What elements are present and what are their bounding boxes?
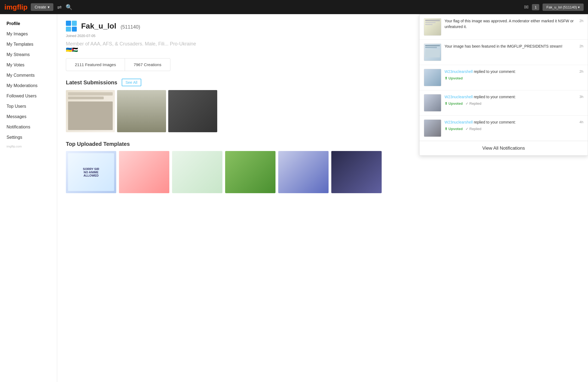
sidebar: Profile My Images My Templates My Stream…	[0, 14, 57, 382]
notification-item-5: W23nuclearshell replied to your comment:…	[419, 116, 588, 141]
submission-thumb-1[interactable]	[66, 90, 115, 132]
notif-user-link-4[interactable]: W23nuclearshell	[445, 95, 473, 99]
topnav-right: ✉ 1 Fak_u_lol (511140) ▾	[524, 4, 584, 11]
notif-time-5: 4h	[580, 119, 583, 124]
template-thumb-5[interactable]	[278, 151, 329, 193]
profile-username: Fak_u_lol (511140)	[81, 22, 140, 30]
notification-item-4: W23nuclearshell replied to your comment:…	[419, 90, 588, 116]
avatar-cell-1	[66, 21, 71, 26]
mail-icon[interactable]: ✉	[524, 4, 529, 10]
avatar-cell-4	[72, 27, 77, 32]
notification-item-2: Your image has been featured in the IMGF…	[419, 40, 588, 65]
notif-content-3: W23nuclearshell replied to your comment:…	[445, 69, 576, 80]
submission-thumb-2[interactable]	[117, 90, 166, 132]
avatar-cell-2	[72, 21, 77, 26]
template-thumb-3[interactable]	[172, 151, 222, 193]
templates-grid: SORRY SIRNO ANIMEALLOWED	[66, 151, 579, 193]
view-all-notifications-link[interactable]: View All Notifications	[419, 141, 588, 155]
notif-content-2: Your image has been featured in the IMGF…	[445, 44, 576, 49]
submissions-title: Latest Submissions	[66, 79, 117, 86]
footer-logo: imgflip.com	[0, 143, 57, 150]
sidebar-item-my-images[interactable]: My Images	[0, 29, 57, 39]
notif-thumbnail-5	[424, 119, 441, 137]
template-thumb-1[interactable]: SORRY SIRNO ANIMEALLOWED	[66, 151, 116, 193]
notif-text-2: Your image has been featured in the IMGF…	[445, 44, 576, 49]
sidebar-item-my-moderations[interactable]: My Moderations	[0, 81, 57, 91]
template-thumb-6[interactable]	[331, 151, 382, 193]
notification-item-1: Your flag of this image was approved. A …	[419, 14, 588, 40]
profile-bio: Member of AAA, AFS, & Crusaders. Male, F…	[66, 41, 197, 53]
submission-thumb-3[interactable]	[168, 90, 217, 132]
upvoted-badge-4: ⬆ Upvoted	[445, 101, 463, 106]
upvoted-badge-3: ⬆ Upvoted	[445, 76, 463, 80]
sidebar-item-messages[interactable]: Messages	[0, 112, 57, 122]
sidebar-item-profile[interactable]: Profile	[0, 19, 57, 29]
avatar	[66, 21, 77, 32]
top-navigation: imgflip Create ▾ ⇌ 🔍 ✉ 1 Fak_u_lol (5111…	[0, 0, 588, 14]
sidebar-item-my-templates[interactable]: My Templates	[0, 39, 57, 50]
shuffle-icon[interactable]: ⇌	[57, 4, 62, 10]
replied-badge-4: ✓ Replied	[465, 101, 482, 106]
replied-badge-5: ✓ Replied	[465, 127, 482, 131]
sidebar-item-my-streams[interactable]: My Streams	[0, 50, 57, 60]
sidebar-item-top-users[interactable]: Top Users	[0, 101, 57, 112]
main-content: Fak_u_lol (511140) Joined 2020-07-05 Mem…	[57, 14, 588, 382]
see-all-button[interactable]: See All	[122, 79, 141, 86]
notif-content-4: W23nuclearshell replied to your comment:…	[445, 94, 576, 106]
notif-user-link-5[interactable]: W23nuclearshell	[445, 120, 473, 124]
notif-badges-4: ⬆ Upvoted ✓ Replied	[445, 101, 576, 106]
notif-user-link-3[interactable]: W23nuclearshell	[445, 69, 473, 74]
sidebar-item-notifications[interactable]: Notifications	[0, 122, 57, 132]
notif-time-4: 3h	[580, 94, 583, 99]
profile-stat-creations: 7967 Creations	[125, 58, 170, 71]
notification-badge[interactable]: 1	[532, 4, 539, 10]
notif-badges-5: ⬆ Upvoted ✓ Replied	[445, 127, 576, 131]
upvoted-badge-5: ⬆ Upvoted	[445, 127, 463, 131]
avatar-cell-3	[66, 27, 71, 32]
notif-content-1: Your flag of this image was approved. A …	[445, 18, 576, 30]
template-thumb-2[interactable]	[119, 151, 169, 193]
notif-content-5: W23nuclearshell replied to your comment:…	[445, 119, 576, 131]
sidebar-item-my-votes[interactable]: My Votes	[0, 60, 57, 70]
notif-badges-3: ⬆ Upvoted	[445, 76, 576, 80]
create-button[interactable]: Create ▾	[31, 3, 53, 11]
notif-thumbnail-2	[424, 44, 441, 61]
sidebar-item-settings[interactable]: Settings	[0, 132, 57, 143]
logo-img: img	[4, 3, 17, 11]
notifications-dropdown: Your flag of this image was approved. A …	[419, 14, 588, 156]
notif-time-1: 2h	[580, 18, 583, 23]
logo-flip: flip	[17, 3, 27, 11]
sidebar-item-my-comments[interactable]: My Comments	[0, 70, 57, 81]
notif-time-2: 2h	[580, 44, 583, 48]
template-thumb-4[interactable]	[225, 151, 275, 193]
notif-thumbnail-3	[424, 69, 441, 86]
notif-text-5: W23nuclearshell replied to your comment:	[445, 119, 576, 125]
page-layout: Profile My Images My Templates My Stream…	[0, 14, 588, 382]
profile-stats: 2111 Featured Images 7967 Creations	[66, 58, 170, 71]
site-logo[interactable]: imgflip	[4, 3, 27, 11]
sidebar-item-followed-users[interactable]: Followed Users	[0, 91, 57, 101]
profile-stat-featured: 2111 Featured Images	[66, 58, 125, 71]
search-icon[interactable]: 🔍	[66, 4, 72, 10]
notification-item-3: W23nuclearshell replied to your comment:…	[419, 65, 588, 90]
notif-text-3: W23nuclearshell replied to your comment:	[445, 69, 576, 75]
notif-text-1: Your flag of this image was approved. A …	[445, 18, 576, 30]
notif-time-3: 2h	[580, 69, 583, 73]
notif-text-4: W23nuclearshell replied to your comment:	[445, 94, 576, 100]
notif-thumbnail-1	[424, 18, 441, 36]
user-menu-button[interactable]: Fak_u_lol (511140) ▾	[543, 4, 584, 11]
notif-thumbnail-4	[424, 94, 441, 112]
